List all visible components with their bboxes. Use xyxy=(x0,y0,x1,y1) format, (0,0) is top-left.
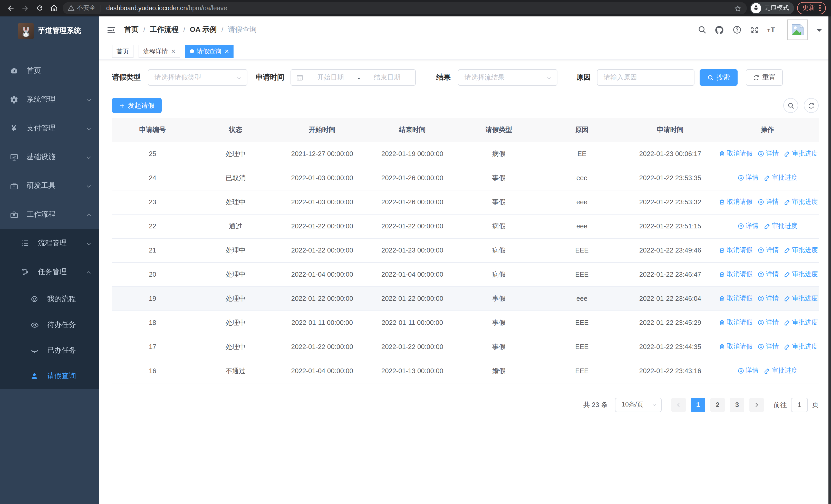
font-size-icon[interactable]: TT xyxy=(767,25,777,35)
table-row: 24已取消2022-01-03 00:00:002022-01-26 00:00… xyxy=(112,166,819,190)
github-icon[interactable] xyxy=(715,25,724,35)
cell-apply-time: 2022-01-22 23:43:16 xyxy=(624,359,716,383)
tab-process-detail[interactable]: 流程详情✕ xyxy=(139,45,180,58)
trash-icon xyxy=(719,150,725,157)
reason-input[interactable]: 请输入原因 xyxy=(597,69,694,86)
cell-end-time: 2022-01-19 00:00:00 xyxy=(366,142,458,166)
detail-action-link[interactable]: 详情 xyxy=(758,294,779,302)
search-button[interactable]: 搜索 xyxy=(699,69,738,86)
detail-action-link[interactable]: 详情 xyxy=(737,366,758,375)
header-search-icon[interactable] xyxy=(697,25,707,35)
fullscreen-icon[interactable] xyxy=(749,25,759,35)
reason-label: 原因 xyxy=(576,73,591,82)
avatar-caret-icon[interactable] xyxy=(816,29,822,34)
forward-icon[interactable] xyxy=(20,2,31,13)
cancel-action-link[interactable]: 取消请假 xyxy=(719,245,753,254)
detail-action-link[interactable]: 详情 xyxy=(758,197,779,206)
cancel-action-link[interactable]: 取消请假 xyxy=(719,197,753,206)
app-logo[interactable]: 芋道管理系统 xyxy=(0,17,99,45)
sidebar-item-devtools[interactable]: 研发工具 xyxy=(0,171,99,200)
progress-action-link[interactable]: 审批进度 xyxy=(784,245,818,254)
tab-close-icon[interactable]: ✕ xyxy=(224,48,229,55)
tab-home[interactable]: 首页 xyxy=(112,45,134,58)
cancel-action-link[interactable]: 取消请假 xyxy=(719,294,753,302)
sidebar-item-my-process[interactable]: 我的流程 xyxy=(0,287,99,312)
browser-update-button[interactable]: 更新 xyxy=(797,2,826,14)
progress-action-link[interactable]: 审批进度 xyxy=(784,270,818,278)
progress-action-link[interactable]: 审批进度 xyxy=(784,294,818,302)
address-bar[interactable]: 不安全 dashboard.yudao.iocoder.cn/bpm/oa/le… xyxy=(63,2,747,14)
progress-action-link[interactable]: 审批进度 xyxy=(764,221,797,230)
progress-action-link[interactable]: 审批进度 xyxy=(784,149,818,158)
cancel-action-link[interactable]: 取消请假 xyxy=(719,342,753,351)
sidebar-item-infra[interactable]: 基础设施 xyxy=(0,143,99,171)
chevron-down-icon xyxy=(86,239,92,247)
page-button-3[interactable]: 3 xyxy=(730,397,744,412)
sidebar-item-todo-tasks[interactable]: 待办任务 xyxy=(0,312,99,338)
detail-action-link[interactable]: 详情 xyxy=(737,173,758,182)
reload-icon[interactable] xyxy=(34,2,45,13)
page-button-2[interactable]: 2 xyxy=(710,397,725,412)
sidebar-item-payment[interactable]: ¥ 支付管理 xyxy=(0,114,99,143)
cell-apply-time: 2022-01-23 00:06:17 xyxy=(624,142,716,166)
sidebar-item-leave-query[interactable]: 请假查询 xyxy=(0,363,99,389)
eye-icon xyxy=(758,295,765,301)
create-leave-button[interactable]: 发起请假 xyxy=(112,98,162,113)
prev-page-button[interactable] xyxy=(671,397,686,412)
avatar[interactable] xyxy=(787,20,808,40)
progress-action-link[interactable]: 审批进度 xyxy=(784,318,818,327)
sidebar-item-workflow[interactable]: 工作流程 xyxy=(0,200,99,229)
security-warning[interactable]: 不安全 xyxy=(68,4,95,12)
home-icon[interactable] xyxy=(48,2,60,13)
breadcrumb-workflow[interactable]: 工作流程 xyxy=(150,25,179,34)
refresh-table-button[interactable] xyxy=(804,98,819,113)
detail-action-link[interactable]: 详情 xyxy=(758,245,779,254)
browser-menu-icon[interactable] xyxy=(819,5,821,11)
svg-text:T: T xyxy=(767,28,770,33)
eye-icon xyxy=(737,367,744,374)
apply-time-range-picker[interactable]: 开始日期 - 结束日期 xyxy=(290,69,416,86)
progress-action-link[interactable]: 审批进度 xyxy=(784,342,818,351)
url-text[interactable]: dashboard.yudao.iocoder.cn/bpm/oa/leave xyxy=(106,4,731,11)
page-button-1[interactable]: 1 xyxy=(691,397,705,412)
sidebar-item-system[interactable]: 系统管理 xyxy=(0,85,99,114)
tab-leave-query[interactable]: 请假查询✕ xyxy=(185,45,233,58)
cell-start-time: 2022-01-11 00:00:00 xyxy=(278,310,366,335)
detail-action-link[interactable]: 详情 xyxy=(737,221,758,230)
toggle-search-button[interactable] xyxy=(783,98,798,113)
eye-icon xyxy=(758,343,765,350)
breadcrumb-oa[interactable]: OA 示例 xyxy=(190,25,217,34)
detail-action-link[interactable]: 详情 xyxy=(758,318,779,327)
next-page-button[interactable] xyxy=(749,397,764,412)
progress-action-link[interactable]: 审批进度 xyxy=(784,197,818,206)
goto-page-input[interactable]: 1 xyxy=(791,397,808,412)
cancel-action-link[interactable]: 取消请假 xyxy=(719,270,753,278)
sidebar-item-task-mgmt[interactable]: 任务管理 xyxy=(0,258,99,287)
leave-type-select[interactable]: 请选择请假类型 xyxy=(148,69,248,86)
progress-action-link[interactable]: 审批进度 xyxy=(764,366,797,375)
cancel-action-link[interactable]: 取消请假 xyxy=(719,318,753,327)
cancel-action-link[interactable]: 取消请假 xyxy=(719,149,753,158)
date-end-placeholder[interactable]: 结束日期 xyxy=(364,73,410,82)
help-icon[interactable] xyxy=(732,25,742,35)
pen-icon xyxy=(784,150,791,157)
eye-icon xyxy=(737,174,744,181)
bookmark-star-icon[interactable] xyxy=(734,3,742,12)
result-select[interactable]: 请选择流结果 xyxy=(458,69,557,86)
progress-action-link[interactable]: 审批进度 xyxy=(764,173,797,182)
date-start-placeholder[interactable]: 开始日期 xyxy=(308,73,354,82)
tab-close-icon[interactable]: ✕ xyxy=(171,48,175,55)
breadcrumb-home[interactable]: 首页 xyxy=(124,25,139,34)
detail-action-link[interactable]: 详情 xyxy=(758,342,779,351)
detail-action-link[interactable]: 详情 xyxy=(758,149,779,158)
window-scrollbar[interactable] xyxy=(828,17,831,504)
sidebar-item-home[interactable]: 首页 xyxy=(0,56,99,85)
detail-action-link[interactable]: 详情 xyxy=(758,270,779,278)
reset-button[interactable]: 重置 xyxy=(746,69,783,86)
sidebar-item-process-mgmt[interactable]: 流程管理 xyxy=(0,229,99,258)
page-size-select[interactable]: 10条/页 xyxy=(615,397,662,412)
back-icon[interactable] xyxy=(5,2,17,13)
sidebar-fold-icon[interactable] xyxy=(107,25,116,34)
table-row: 21处理中2022-01-22 00:00:002022-01-23 00:00… xyxy=(112,238,819,262)
sidebar-item-done-tasks[interactable]: 已办任务 xyxy=(0,338,99,363)
